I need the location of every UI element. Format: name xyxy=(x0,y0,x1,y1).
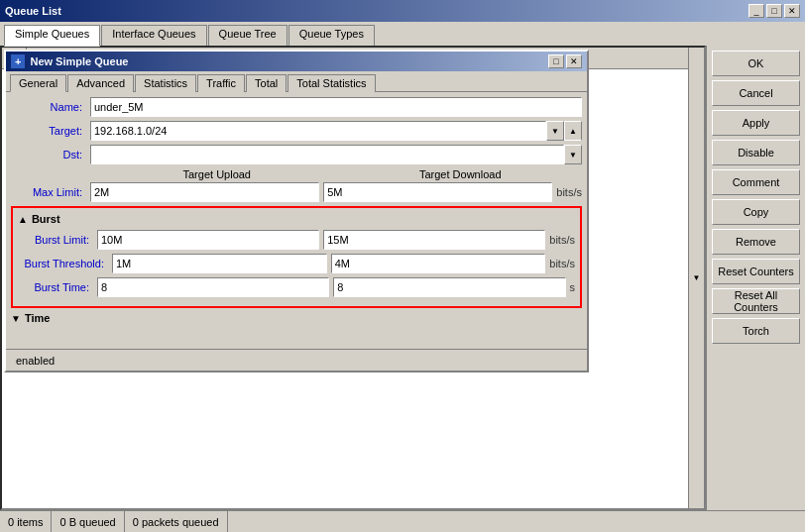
tab-advanced[interactable]: Advanced xyxy=(67,74,134,92)
inner-window-title: New Simple Queue xyxy=(30,55,128,67)
tab-traffic[interactable]: Traffic xyxy=(197,74,245,92)
dst-input-container: ▼ xyxy=(90,145,582,164)
enabled-area: enabled xyxy=(6,349,587,371)
enabled-label: enabled xyxy=(11,353,59,369)
inner-window-icon: + xyxy=(11,54,25,68)
burst-time-row: Burst Time: s xyxy=(18,277,575,297)
burst-threshold-label: Burst Threshold: xyxy=(18,258,112,269)
window-controls: _ □ ✕ xyxy=(748,4,800,18)
time-section: ▼ Time xyxy=(11,312,582,324)
burst-threshold-download-input[interactable] xyxy=(331,254,546,273)
name-row: Name: xyxy=(11,97,582,117)
new-simple-queue-window: + New Simple Queue □ ✕ General Advanced … xyxy=(4,50,589,372)
max-limit-inputs: bits/s xyxy=(90,182,582,202)
outer-tab-bar: Simple Queues Interface Queues Queue Tre… xyxy=(0,22,805,46)
burst-collapse-icon[interactable]: ▲ xyxy=(18,214,28,225)
tab-queue-tree[interactable]: Queue Tree xyxy=(208,25,288,47)
burst-section: ▲ Burst Burst Limit: bits/s xyxy=(11,206,582,308)
max-limit-download-input[interactable] xyxy=(323,182,552,202)
apply-button[interactable]: Apply xyxy=(712,110,800,136)
burst-time-upload-input[interactable] xyxy=(97,277,329,297)
time-collapse-icon[interactable]: ▼ xyxy=(11,313,21,324)
inner-title-bar: + New Simple Queue □ ✕ xyxy=(6,52,587,71)
download-header-label: Target Download xyxy=(339,168,583,180)
dst-label: Dst: xyxy=(11,149,90,160)
target-label: Target: xyxy=(11,125,90,137)
burst-header: ▲ Burst xyxy=(18,213,575,225)
max-limit-label: Max Limit: xyxy=(11,186,90,198)
target-input-container: ▼ ▲ xyxy=(90,121,582,141)
reset-counters-button[interactable]: Reset Counters xyxy=(712,259,800,284)
inner-form: Name: Target: ▼ ▲ Dst: xyxy=(6,92,587,329)
upload-header-label: Target Upload xyxy=(95,168,339,180)
outer-main-area: # MikroTik + New Simple Queue xyxy=(0,46,805,510)
max-limit-upload-input[interactable] xyxy=(90,182,319,202)
dst-row: Dst: ▼ xyxy=(11,145,582,164)
main-scroll-arrow[interactable]: ▼ xyxy=(688,48,704,508)
target-input[interactable] xyxy=(90,121,546,141)
burst-limit-upload-input[interactable] xyxy=(97,230,319,250)
torch-button[interactable]: Torch xyxy=(712,318,800,344)
burst-time-inputs: s xyxy=(97,277,575,297)
tab-general[interactable]: General xyxy=(10,74,66,92)
tab-statistics[interactable]: Statistics xyxy=(135,74,196,92)
ok-button[interactable]: OK xyxy=(712,51,800,76)
copy-button[interactable]: Copy xyxy=(712,199,800,225)
cancel-button[interactable]: Cancel xyxy=(712,80,800,106)
tab-simple-queues[interactable]: Simple Queues xyxy=(4,25,100,47)
minimize-button[interactable]: _ xyxy=(748,4,764,18)
burst-limit-row: Burst Limit: bits/s xyxy=(18,230,575,250)
inner-maximize-button[interactable]: □ xyxy=(548,54,564,68)
burst-time-label: Burst Time: xyxy=(18,281,97,293)
inner-title-buttons: □ ✕ xyxy=(548,54,582,68)
burst-limit-download-input[interactable] xyxy=(323,230,545,250)
burst-time-unit: s xyxy=(570,281,576,293)
comment-button[interactable]: Comment xyxy=(712,169,800,195)
max-limit-unit: bits/s xyxy=(556,186,582,198)
reset-all-counters-button[interactable]: Reset All Counters xyxy=(712,288,800,314)
maximize-button[interactable]: □ xyxy=(766,4,782,18)
burst-threshold-upload-input[interactable] xyxy=(112,254,327,273)
tab-queue-types[interactable]: Queue Types xyxy=(288,25,375,47)
tab-interface-queues[interactable]: Interface Queues xyxy=(101,25,206,47)
burst-limit-unit: bits/s xyxy=(549,234,575,246)
tab-total[interactable]: Total xyxy=(246,74,287,92)
burst-time-download-input[interactable] xyxy=(333,277,565,297)
burst-threshold-inputs: bits/s xyxy=(112,254,575,273)
title-bar: Queue List _ □ ✕ xyxy=(0,0,805,22)
main-window: Queue List _ □ ✕ Simple Queues Interface… xyxy=(0,0,805,532)
burst-limit-label: Burst Limit: xyxy=(18,234,97,246)
tab-total-statistics[interactable]: Total Statistics xyxy=(288,74,375,92)
inner-title-text: + New Simple Queue xyxy=(11,54,128,68)
name-input[interactable] xyxy=(90,97,582,117)
packets-queued: 0 packets queued xyxy=(125,511,228,532)
inner-close-button[interactable]: ✕ xyxy=(566,54,582,68)
burst-limit-inputs: bits/s xyxy=(97,230,575,250)
time-title: Time xyxy=(25,312,50,324)
burst-threshold-row: Burst Threshold: bits/s xyxy=(18,254,575,273)
status-bar: 0 items 0 B queued 0 packets queued xyxy=(0,510,805,532)
remove-button[interactable]: Remove xyxy=(712,229,800,255)
inner-tab-bar: General Advanced Statistics Traffic Tota… xyxy=(6,71,587,92)
queued-bytes: 0 B queued xyxy=(52,511,124,532)
target-up-btn[interactable]: ▲ xyxy=(564,121,582,141)
name-label: Name: xyxy=(11,101,90,113)
upload-download-headers: Target Upload Target Download xyxy=(95,168,582,180)
close-button[interactable]: ✕ xyxy=(784,4,800,18)
dst-dropdown-btn[interactable]: ▼ xyxy=(564,145,582,164)
right-panel: OK Cancel Apply Disable Comment Copy Rem… xyxy=(706,46,805,510)
max-limit-row: Max Limit: bits/s xyxy=(11,182,582,202)
target-dropdown-btn[interactable]: ▼ xyxy=(546,121,564,141)
burst-threshold-unit: bits/s xyxy=(549,258,575,269)
target-row: Target: ▼ ▲ xyxy=(11,121,582,141)
dst-input[interactable] xyxy=(90,145,564,164)
items-count: 0 items xyxy=(0,511,52,532)
window-title: Queue List xyxy=(5,5,61,17)
burst-title: Burst xyxy=(32,213,60,225)
disable-button[interactable]: Disable xyxy=(712,140,800,165)
